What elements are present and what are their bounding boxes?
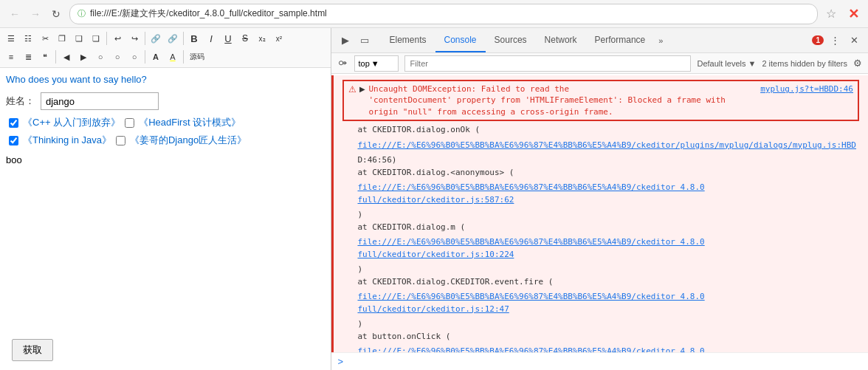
inspect-element-btn[interactable]: ▶ — [337, 32, 354, 49]
address-bar[interactable]: ⓘ file:///E:/新建文件夹/ckeditor_4.8.0_full/c… — [69, 4, 818, 24]
tb-italic-btn[interactable]: I — [203, 30, 219, 47]
name-form-row: 姓名： — [6, 92, 325, 110]
stack-fn-3: at CKEDITOR.dialog.m ( — [357, 222, 465, 234]
book-checkbox-4[interactable] — [116, 136, 125, 145]
tb-radio2-btn[interactable]: ○ — [109, 49, 125, 65]
tb-left-btn[interactable]: ◀ — [58, 49, 75, 65]
tb-right-btn[interactable]: ▶ — [75, 49, 92, 65]
bookmark-icon[interactable]: ☆ — [822, 5, 840, 23]
toolbar-row-2: ≡ ≣ ❝ ◀ ▶ ○ ○ ○ A A 源码 — [3, 49, 328, 65]
book-checkbox-3[interactable] — [9, 136, 18, 145]
book-link-3[interactable]: 《Thinking in Java》 — [23, 134, 111, 147]
stack-fn-1: at CKEDITOR.dialog.onOk ( — [357, 124, 480, 137]
stack-fn-3b: ) — [357, 264, 362, 276]
tb-strike-btn[interactable]: S — [237, 30, 253, 47]
tb-sup-btn[interactable]: x² — [271, 30, 287, 47]
tb-sub-btn[interactable]: x₂ — [254, 30, 270, 47]
editor-content: Who does you want to say hello? 姓名： 《C++… — [0, 68, 331, 330]
console-settings-btn[interactable]: ⚙ — [853, 58, 862, 69]
tab-console[interactable]: Console — [435, 28, 486, 52]
error-message: Uncaught DOMException: Failed to read th… — [368, 83, 853, 117]
stack-fn-5: at button.onClick ( — [357, 331, 450, 343]
list-item: 《Thinking in Java》 《姜哥的Django匠人生活》 — [9, 134, 325, 147]
more-tabs-btn[interactable]: » — [654, 28, 667, 52]
error-source-link[interactable]: myplug.js?t=HBDD:46 — [760, 83, 853, 95]
stack-file-5[interactable]: file:///E:/%E6%96%B0%E5%BB%BA%E6%96%87%E… — [357, 346, 856, 352]
tb-list-btn[interactable]: ☰ — [3, 30, 19, 47]
tb-source-btn[interactable]: 源码 — [186, 49, 208, 65]
devtools-right-icons: 1 ⋮ ✕ — [812, 32, 862, 49]
tb-cut-btn[interactable]: ✂ — [37, 30, 53, 47]
close-tab-icon[interactable]: ✕ — [844, 5, 862, 23]
console-clear-btn[interactable]: ⚩ — [337, 56, 348, 70]
editor-toolbar: ☰ ☷ ✂ ❐ ❏ ❏ ↩ ↪ 🔗 🔗 B I U S — [0, 28, 331, 68]
console-toolbar: ⚩ top ▼ Default levels ▼ 2 items hidden … — [331, 53, 868, 74]
tb-radio3-btn[interactable]: ○ — [126, 49, 142, 65]
devtools-more-btn[interactable]: ⋮ — [827, 32, 843, 49]
back-button[interactable]: ← — [6, 5, 24, 23]
book-link-1[interactable]: 《C++ 从入门到放弃》 — [23, 116, 120, 129]
tb-paste-btn[interactable]: ❏ — [71, 30, 87, 47]
prompt-arrow: > — [337, 356, 343, 367]
tb-paste2-btn[interactable]: ❏ — [88, 30, 104, 47]
tb-sep-6 — [183, 50, 184, 64]
tb-unlink-btn[interactable]: 🔗 — [165, 30, 181, 47]
stack-line-1: at CKEDITOR.dialog.onOk (file:///E:/%E6%… — [357, 124, 856, 167]
tb-sep-4 — [55, 50, 56, 64]
book-checkbox-1[interactable] — [9, 118, 18, 128]
error-count-badge: 1 — [812, 35, 824, 45]
book-link-4[interactable]: 《姜哥的Django匠人生活》 — [130, 134, 247, 147]
tb-underline-btn[interactable]: U — [220, 30, 236, 47]
submit-button[interactable]: 获取 — [12, 339, 53, 361]
stack-trace: at CKEDITOR.dialog.onOk (file:///E:/%E6%… — [340, 123, 862, 352]
book-checkbox-2[interactable] — [125, 118, 134, 128]
refresh-button[interactable]: ↻ — [47, 5, 65, 23]
nav-buttons: ← → ↻ — [6, 5, 65, 23]
stack-line-5: at button.onClick (file:///E:/%E6%96%B0%… — [357, 331, 856, 352]
error-expand-icon[interactable]: ▶ — [359, 85, 365, 93]
devtools-console: ⚩ top ▼ Default levels ▼ 2 items hidden … — [331, 53, 868, 370]
console-prompt: > — [331, 352, 868, 370]
tb-olist-btn[interactable]: ≡ — [3, 49, 19, 65]
console-context-select[interactable]: top ▼ — [354, 55, 399, 72]
tb-blockquote-btn[interactable]: ❝ — [37, 49, 53, 65]
error-header: ⚠ ▶ Uncaught DOMException: Failed to rea… — [348, 83, 853, 117]
tb-bg-color-btn[interactable]: A — [165, 49, 181, 65]
tab-performance[interactable]: Performance — [586, 28, 655, 52]
default-levels-label[interactable]: Default levels ▼ — [697, 59, 756, 68]
tb-font-color-btn[interactable]: A — [148, 49, 164, 65]
bottom-text: boo — [6, 154, 22, 165]
editor-panel: ☰ ☷ ✂ ❐ ❏ ❏ ↩ ↪ 🔗 🔗 B I U S — [0, 28, 331, 370]
book-link-2[interactable]: 《HeadFirst 设计模式》 — [139, 116, 241, 129]
console-messages: ⚠ ▶ Uncaught DOMException: Failed to rea… — [331, 74, 868, 352]
stack-file-1[interactable]: file:///E:/%E6%96%B0%E5%BB%BA%E6%96%87%E… — [357, 140, 856, 152]
tb-ulist-btn[interactable]: ≣ — [20, 49, 36, 65]
stack-file-4[interactable]: file:///E:/%E6%96%B0%E5%BB%BA%E6%96%87%E… — [357, 291, 856, 315]
forward-button[interactable]: → — [27, 5, 44, 23]
devtools-close-btn[interactable]: ✕ — [846, 32, 862, 49]
tb-link-btn[interactable]: 🔗 — [148, 30, 164, 47]
tab-sources[interactable]: Sources — [486, 28, 536, 52]
tb-sep-5 — [145, 50, 145, 64]
tb-grid-btn[interactable]: ☷ — [20, 30, 36, 47]
device-toggle-btn[interactable]: ▭ — [356, 32, 373, 49]
tb-bold-btn[interactable]: B — [186, 30, 202, 47]
toolbar-row-1: ☰ ☷ ✂ ❐ ❏ ❏ ↩ ↪ 🔗 🔗 B I U S — [3, 30, 328, 47]
editor-prompt: Who does you want to say hello? — [6, 74, 325, 85]
console-input[interactable] — [348, 357, 862, 366]
stack-line-2: at CKEDITOR.dialog.<anonymous> (file:///… — [357, 167, 856, 222]
name-input[interactable] — [41, 92, 159, 110]
devtools-icons: ▶ ▭ — [337, 32, 373, 49]
tab-elements[interactable]: Elements — [380, 28, 435, 52]
error-icon: ⚠ — [348, 84, 356, 95]
stack-file-2[interactable]: file:///E:/%E6%96%B0%E5%BB%BA%E6%96%87%E… — [357, 182, 856, 206]
tb-redo-btn[interactable]: ↪ — [126, 30, 142, 47]
tb-undo-btn[interactable]: ↩ — [109, 30, 125, 47]
context-dropdown-icon: ▼ — [371, 59, 379, 68]
tb-radio1-btn[interactable]: ○ — [92, 49, 108, 65]
name-label: 姓名： — [6, 95, 35, 108]
tb-copy-btn[interactable]: ❐ — [54, 30, 70, 47]
filter-input[interactable] — [404, 55, 691, 72]
stack-file-3[interactable]: file:///E:/%E6%96%B0%E5%BB%BA%E6%96%87%E… — [357, 236, 856, 261]
tab-network[interactable]: Network — [536, 28, 586, 52]
